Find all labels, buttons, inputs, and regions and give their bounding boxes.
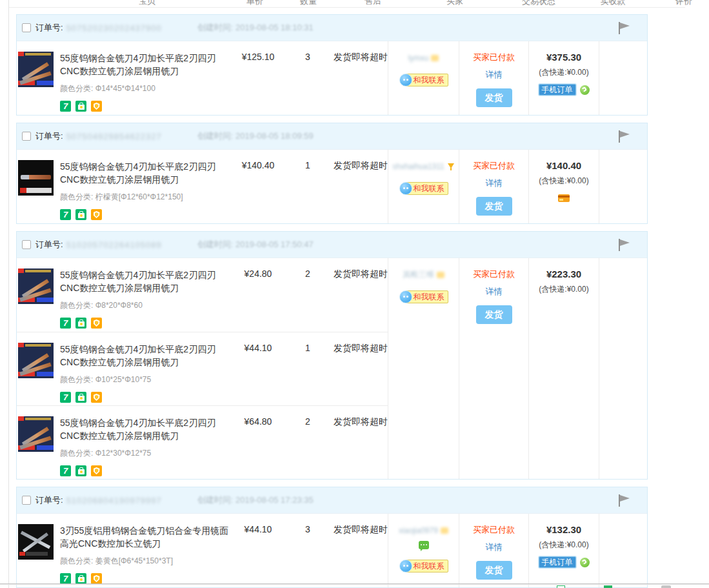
guarantee-shield-icon bbox=[91, 318, 102, 329]
product-title[interactable]: 55度钨钢合金铣刀4刃加长平底2刃四刃CNC数控立铣刀涂层钢用铣刀 bbox=[60, 269, 229, 294]
product-row: 55度钨钢合金铣刀4刃加长平底2刃四刃CNC数控立铣刀涂层钢用铣刀 颜色分类: … bbox=[17, 332, 388, 405]
header-divider bbox=[9, 7, 685, 8]
product-title[interactable]: 55度钨钢合金铣刀4刃加长平底2刃四刃CNC数控立铣刀涂层钢用铣刀 bbox=[60, 416, 229, 442]
order-body: 3刃55度铝用钨钢合金铣刀铝合金专用镜面高光CNC数控加长立铣刀 颜色分类: 姜… bbox=[17, 513, 647, 587]
bottom-divider bbox=[0, 583, 709, 584]
product-info: 3刃55度铝用钨钢合金铣刀铝合金专用镜面高光CNC数控加长立铣刀 颜色分类: 姜… bbox=[60, 524, 229, 587]
product-variant: 颜色分类: Φ14*45*Φ14*100 bbox=[60, 83, 229, 94]
column-header: 买家 bbox=[446, 0, 463, 7]
detail-link[interactable]: 详情 bbox=[459, 542, 528, 553]
product-row: 55度钨钢合金铣刀4刃加长平底2刃四刃CNC数控立铣刀涂层钢用铣刀 颜色分类: … bbox=[17, 150, 388, 223]
ship-button[interactable]: 发货 bbox=[476, 197, 512, 216]
guarantee-shield-icon bbox=[91, 209, 102, 220]
mobile-globe-icon bbox=[580, 85, 590, 95]
status-cell: 买家已付款 详情 发货 bbox=[459, 41, 528, 115]
buyer-name[interactable]: xiaojia0979 bbox=[399, 526, 438, 535]
column-header: 单价 bbox=[246, 0, 263, 7]
status-cell: 买家已付款 详情 发货 bbox=[459, 514, 528, 587]
order-checkbox[interactable] bbox=[22, 496, 31, 505]
product-title[interactable]: 3刃55度铝用钨钢合金铣刀铝合金专用镜面高光CNC数控加长立铣刀 bbox=[60, 524, 229, 550]
legend-icon-gray bbox=[661, 585, 671, 588]
order-checkbox[interactable] bbox=[22, 23, 31, 32]
flag-icon[interactable] bbox=[619, 130, 632, 143]
guarantee-shield-icon bbox=[91, 465, 102, 476]
order-no-label: 订单号: bbox=[35, 239, 63, 250]
contact-me-label: 和我联系 bbox=[414, 562, 444, 571]
product-title[interactable]: 55度钨钢合金铣刀4刃加长平底2刃四刃CNC数控立铣刀涂层钢用铣刀 bbox=[60, 52, 229, 77]
buyer-rank-icon bbox=[437, 272, 444, 278]
buyer-name[interactable]: 其检三维 bbox=[403, 269, 434, 280]
product-variant: 颜色分类: Φ8*20*Φ8*60 bbox=[60, 300, 229, 311]
product-title[interactable]: 55度钨钢合金铣刀4刃加长平底2刃四刃CNC数控立铣刀涂层钢用铣刀 bbox=[60, 343, 229, 369]
contact-me-badge[interactable]: 和我联系 bbox=[405, 74, 448, 86]
buyer-rank-icon bbox=[447, 163, 455, 170]
flag-icon[interactable] bbox=[619, 239, 632, 252]
payment-total: ¥223.30 bbox=[529, 269, 599, 279]
service-icons: 7 bbox=[60, 318, 229, 329]
detail-link[interactable]: 详情 bbox=[459, 69, 528, 81]
product-image[interactable] bbox=[18, 524, 54, 560]
product-price: ¥64.80 bbox=[229, 416, 287, 479]
seven-day-return-icon: 7 bbox=[60, 209, 71, 220]
rating-cell bbox=[599, 150, 649, 223]
order-header: 订单号: 510206804190979997 创建时间: 2019-08-05… bbox=[17, 487, 647, 513]
order-card: 订单号: 510206804190979997 创建时间: 2019-08-05… bbox=[16, 487, 648, 588]
product-image[interactable] bbox=[18, 416, 54, 452]
buyer-name[interactable]: lymxu bbox=[408, 54, 428, 63]
product-quantity: 2 bbox=[287, 416, 328, 479]
product-image[interactable] bbox=[18, 343, 54, 378]
detail-link[interactable]: 详情 bbox=[459, 286, 528, 298]
contact-me-badge[interactable]: 和我联系 bbox=[405, 560, 448, 573]
guarantee-shield-icon bbox=[91, 392, 102, 403]
aftersale-status: 发货即将超时 bbox=[328, 269, 388, 332]
products-column: 3刃55度铝用钨钢合金铣刀铝合金专用镜面高光CNC数控加长立铣刀 颜色分类: 姜… bbox=[17, 514, 388, 587]
product-quantity: 1 bbox=[287, 160, 328, 223]
column-header: 数量 bbox=[300, 0, 317, 7]
buyer-rank-icon bbox=[441, 527, 448, 534]
contact-me-badge[interactable]: 和我联系 bbox=[405, 290, 448, 303]
product-variant: 颜色分类: 柠檬黄[Φ12*60*Φ12*150] bbox=[60, 192, 229, 203]
products-column: 55度钨钢合金铣刀4刃加长平底2刃四刃CNC数控立铣刀涂层钢用铣刀 颜色分类: … bbox=[17, 41, 388, 115]
product-image[interactable] bbox=[18, 269, 54, 304]
column-header: 交易状态 bbox=[522, 0, 555, 7]
product-image[interactable] bbox=[18, 52, 54, 87]
payment-status-text: 买家已付款 bbox=[459, 269, 528, 280]
product-quantity: 1 bbox=[287, 343, 328, 405]
guarantee-shield-icon bbox=[91, 101, 102, 112]
ship-button[interactable]: 发货 bbox=[476, 88, 512, 107]
product-info: 55度钨钢合金铣刀4刃加长平底2刃四刃CNC数控立铣刀涂层钢用铣刀 颜色分类: … bbox=[60, 343, 229, 405]
product-info: 55度钨钢合金铣刀4刃加长平底2刃四刃CNC数控立铣刀涂层钢用铣刀 颜色分类: … bbox=[60, 160, 229, 223]
order-checkbox[interactable] bbox=[22, 132, 31, 141]
order-body: 55度钨钢合金铣刀4刃加长平底2刃四刃CNC数控立铣刀涂层钢用铣刀 颜色分类: … bbox=[17, 41, 647, 115]
products-column: 55度钨钢合金铣刀4刃加长平底2刃四刃CNC数控立铣刀涂层钢用铣刀 颜色分类: … bbox=[17, 150, 388, 223]
order-no-value: 507520230202437900 bbox=[66, 23, 162, 33]
buyer-message-icon[interactable] bbox=[419, 541, 429, 549]
flag-icon[interactable] bbox=[619, 494, 632, 507]
order-checkbox[interactable] bbox=[22, 240, 31, 249]
ship-button[interactable]: 发货 bbox=[476, 305, 512, 324]
order-created-time: 创建时间: 2019-08-05 17:50:47 bbox=[197, 239, 314, 250]
wangwang-icon bbox=[399, 560, 412, 573]
order-header: 订单号: 507520230202437900 创建时间: 2019-08-05… bbox=[17, 15, 647, 41]
status-cell: 买家已付款 详情 发货 bbox=[459, 258, 528, 479]
seven-day-return-icon: 7 bbox=[60, 465, 71, 476]
product-row: 55度钨钢合金铣刀4刃加长平底2刃四刃CNC数控立铣刀涂层钢用铣刀 颜色分类: … bbox=[17, 258, 388, 332]
ship-button[interactable]: 发货 bbox=[476, 561, 512, 580]
service-icons: 7 bbox=[60, 573, 229, 584]
order-card: 订单号: 507504929854622327 创建时间: 2019-08-05… bbox=[16, 123, 648, 224]
product-variant: 颜色分类: Φ10*25*Φ10*75 bbox=[60, 374, 229, 385]
payment-cell: ¥132.30 (含快递:¥0.00) 手机订单 bbox=[528, 514, 599, 587]
aftersale-status: 发货即将超时 bbox=[328, 160, 388, 223]
product-price: ¥24.80 bbox=[229, 269, 287, 332]
payment-status-text: 买家已付款 bbox=[459, 160, 528, 172]
flag-icon[interactable] bbox=[619, 22, 632, 35]
contact-me-label: 和我联系 bbox=[414, 292, 444, 301]
rating-cell bbox=[599, 258, 649, 479]
contact-me-badge[interactable]: 和我联系 bbox=[405, 182, 448, 195]
product-image[interactable] bbox=[18, 160, 54, 196]
column-header: 实收款 bbox=[601, 0, 626, 7]
detail-link[interactable]: 详情 bbox=[459, 177, 528, 189]
product-title[interactable]: 55度钨钢合金铣刀4刃加长平底2刃四刃CNC数控立铣刀涂层钢用铣刀 bbox=[60, 160, 229, 186]
buyer-name[interactable]: shxhaihua1311 bbox=[392, 162, 444, 171]
buyer-rank-icon bbox=[431, 55, 439, 61]
